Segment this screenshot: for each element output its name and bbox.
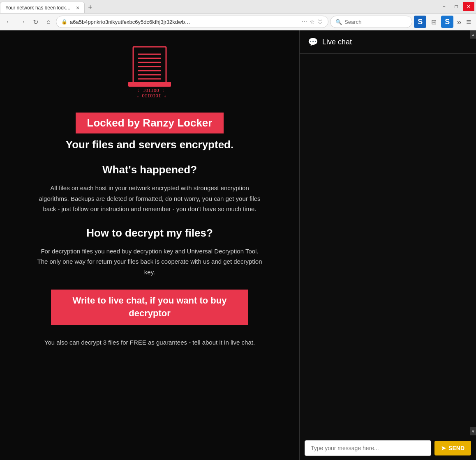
tab-title: Your network has been locked [5, 5, 71, 11]
svg-text:: IOIIOO :: : IOIIOO : [137, 88, 164, 93]
subtitle: Your files and servers encrypted. [66, 138, 233, 151]
search-bar[interactable]: 🔍 [330, 16, 412, 28]
reload-button[interactable]: ↻ [30, 16, 41, 28]
more-options-icon[interactable]: ··· [302, 18, 307, 25]
svg-rect-8 [128, 82, 171, 87]
minimize-button[interactable]: − [438, 2, 450, 11]
address-text: a6a5b4ppnkrio3nikyutfexbc6y5dc6kfhj3jr32… [70, 19, 299, 25]
maximize-button[interactable]: □ [451, 2, 462, 11]
send-icon: ➤ [441, 445, 446, 451]
tab-bar: Your network has been locked × + [0, 0, 96, 13]
search-input[interactable] [344, 19, 402, 25]
chat-input[interactable] [305, 440, 431, 456]
chat-bubble-icon: 💬 [308, 37, 318, 47]
navigation-bar: ← → ↻ ⌂ 🔒 a6a5b4ppnkrio3nikyutfexbc6y5dc… [0, 13, 476, 30]
send-label: SEND [448, 445, 464, 451]
how-to-decrypt-title: How to decrypt my files? [86, 227, 213, 239]
home-button[interactable]: ⌂ [43, 16, 54, 28]
forward-button[interactable]: → [16, 16, 28, 28]
shredder-icon: : IOIIOO : ↓ OIIOIOI ↓ [117, 43, 183, 108]
s2-icon[interactable]: S [441, 16, 453, 28]
new-tab-button[interactable]: + [85, 2, 96, 13]
title-bar: Your network has been locked × + − □ ✕ [0, 0, 476, 13]
decrypt-body2: The only one way for return your files b… [37, 258, 262, 276]
chat-body [300, 54, 476, 436]
how-to-decrypt-body: For decryption files you need buy decryp… [35, 246, 265, 278]
shield-icon: 🛡 [317, 18, 323, 25]
lock-icon: 🔒 [61, 19, 67, 25]
chat-title: Live chat [322, 38, 352, 46]
scrollbar-down-button[interactable]: ▼ [470, 427, 476, 435]
scrollbar-up-button[interactable]: ▲ [470, 30, 476, 39]
locked-badge: Locked by Ranzy Locker [76, 113, 224, 133]
decrypt-body1: For decryption files you need buy decryp… [41, 248, 258, 255]
content-area: : IOIIOO : ↓ OIIOIOI ↓ Locked by Ranzy L… [0, 30, 476, 460]
chat-footer: ➤ SEND [300, 436, 476, 460]
toolbar-icons: S ⊞ S » ≡ [414, 16, 473, 28]
svg-text:↓ OIIOIOI ↓: ↓ OIIOIOI ↓ [136, 93, 166, 99]
tab-close-button[interactable]: × [76, 5, 79, 11]
active-tab[interactable]: Your network has been locked × [0, 2, 85, 13]
chat-header: 💬 Live chat [300, 30, 476, 54]
whats-happened-title: What's happened? [102, 163, 197, 176]
live-chat-panel: ▲ ▼ 💬 Live chat ➤ SEND [299, 30, 476, 460]
grid-icon[interactable]: ⊞ [428, 16, 439, 28]
search-icon: 🔍 [335, 19, 342, 25]
browser-chrome: Your network has been locked × + − □ ✕ ←… [0, 0, 476, 30]
close-button[interactable]: ✕ [463, 2, 474, 11]
send-button[interactable]: ➤ SEND [434, 441, 471, 455]
window-controls: − □ ✕ [438, 2, 476, 11]
whats-happened-body: All files on each host in your network e… [35, 183, 265, 214]
back-button[interactable]: ← [3, 16, 15, 28]
cta-badge: Write to live chat, if you want to buy d… [51, 290, 248, 325]
address-bar[interactable]: 🔒 a6a5b4ppnkrio3nikyutfexbc6y5dc6kfhj3jr… [56, 16, 328, 28]
bookmark-icon[interactable]: ☆ [310, 18, 315, 25]
footer-text: You also can decrypt 3 files for FREE as… [44, 337, 255, 348]
browser-menu-button[interactable]: ≡ [464, 17, 473, 27]
more-extensions-button[interactable]: » [455, 17, 463, 27]
ransom-page: : IOIIOO : ↓ OIIOIOI ↓ Locked by Ranzy L… [0, 30, 299, 460]
skype-icon[interactable]: S [414, 16, 426, 28]
